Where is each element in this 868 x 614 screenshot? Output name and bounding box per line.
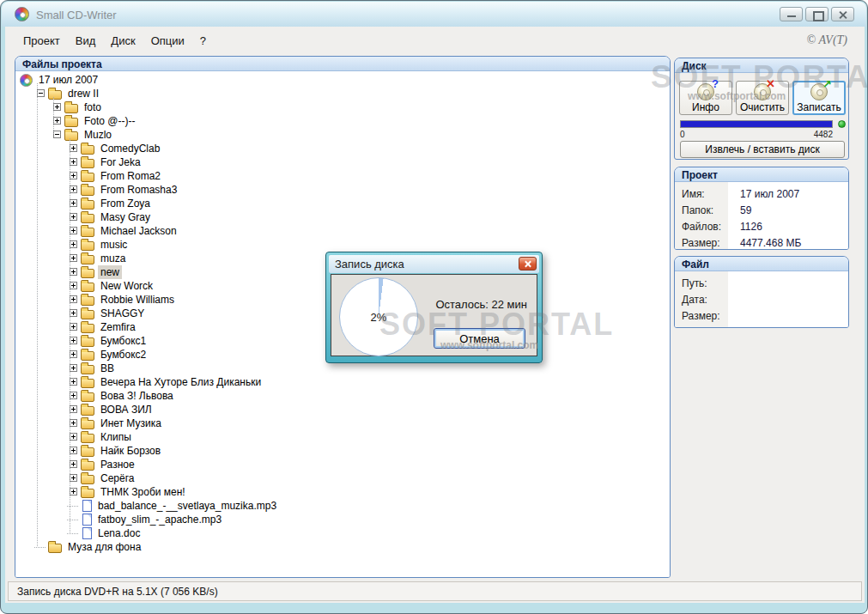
tree-connector xyxy=(67,533,78,534)
expand-icon[interactable] xyxy=(53,103,61,111)
expand-icon[interactable] xyxy=(70,488,77,495)
folder-icon xyxy=(81,406,94,416)
tree-item[interactable]: Разное xyxy=(15,458,670,471)
field-label: Файлов: xyxy=(675,221,728,233)
expand-icon[interactable] xyxy=(70,213,77,221)
tree-item[interactable]: From Zoya xyxy=(15,197,670,210)
disk-panel: Диск ?Инфо✕Очистить↗Записать 0 4482 Извл… xyxy=(674,58,849,160)
menu-item[interactable]: Вид xyxy=(68,29,104,52)
disk-ready-led-icon xyxy=(838,120,846,128)
app-window: Small CD-Writer ПроектВидДискОпции? © AV… xyxy=(0,0,868,614)
expand-icon[interactable] xyxy=(70,199,77,207)
expand-icon[interactable] xyxy=(70,364,77,372)
menu-item[interactable]: Опции xyxy=(143,29,192,52)
folder-icon xyxy=(64,131,78,141)
tree-item[interactable]: Серёга xyxy=(15,471,670,485)
field-label: Размер: xyxy=(675,237,728,249)
expand-icon[interactable] xyxy=(70,419,77,427)
tree-item[interactable]: drew II xyxy=(15,87,670,100)
burn-button[interactable]: ↗Записать xyxy=(792,81,846,115)
minimize-button[interactable] xyxy=(780,7,803,21)
tree-item[interactable]: ТНМК Зроби мен! xyxy=(15,485,670,499)
tree-item[interactable]: Инет Музика xyxy=(15,416,670,430)
tree-item[interactable]: Вова З! Львова xyxy=(15,389,670,403)
expand-icon[interactable] xyxy=(70,460,77,468)
file-info-panel: Файл Путь:Дата:Размер: xyxy=(674,256,849,328)
tree-item[interactable]: For Jeka xyxy=(15,155,670,169)
folder-icon xyxy=(48,544,62,553)
tree-item-label: muza xyxy=(98,252,128,265)
tree-item[interactable]: Найк Борзов xyxy=(15,444,670,458)
burn-dialog-titlebar[interactable]: Запись диска xyxy=(329,255,539,273)
expand-icon[interactable] xyxy=(70,447,77,454)
expand-icon[interactable] xyxy=(70,295,77,303)
info-button[interactable]: ?Инфо xyxy=(679,81,732,115)
tree-item[interactable]: fatboy_slim_-_apache.mp3 xyxy=(15,513,670,526)
info-row: Путь: xyxy=(675,275,848,291)
tree-guide-line xyxy=(37,83,38,547)
cancel-button[interactable]: Отмена xyxy=(434,328,525,349)
tree-item[interactable]: From Romasha3 xyxy=(15,183,670,197)
close-button[interactable] xyxy=(831,7,854,21)
folder-icon xyxy=(81,337,94,347)
dialog-close-button[interactable] xyxy=(519,257,537,271)
erase-button[interactable]: ✕Очистить xyxy=(736,81,789,115)
expand-icon[interactable] xyxy=(70,337,77,344)
cd-burn-icon: ↗ xyxy=(810,83,828,100)
maximize-button[interactable] xyxy=(805,7,829,21)
tree-item[interactable]: Michael Jackson xyxy=(15,224,670,238)
collapse-icon[interactable] xyxy=(37,89,45,97)
tree-item[interactable]: Муза для фона xyxy=(15,540,670,554)
tree-item[interactable]: BB xyxy=(15,362,670,375)
app-cd-icon xyxy=(15,7,29,21)
expand-icon[interactable] xyxy=(70,405,77,413)
expand-icon[interactable] xyxy=(70,240,77,248)
tree-item[interactable]: 17 июл 2007 xyxy=(15,73,670,87)
folder-icon xyxy=(81,392,94,402)
expand-icon[interactable] xyxy=(70,392,77,399)
folder-icon xyxy=(81,489,94,498)
menu-item[interactable]: Диск xyxy=(103,29,143,52)
expand-icon[interactable] xyxy=(70,433,77,441)
expand-icon[interactable] xyxy=(70,185,77,193)
tree-item[interactable]: From Roma2 xyxy=(15,169,670,183)
tree-connector xyxy=(34,547,46,548)
expand-icon[interactable] xyxy=(70,144,77,152)
folder-icon xyxy=(81,434,94,443)
disk-button-label: Очистить xyxy=(740,101,785,113)
expand-icon[interactable] xyxy=(70,323,77,331)
tree-item[interactable]: ComedyClab xyxy=(15,142,670,155)
tree-item-label: foto xyxy=(82,100,104,114)
expand-icon[interactable] xyxy=(70,282,77,289)
tree-item[interactable]: Клипы xyxy=(15,430,670,444)
expand-icon[interactable] xyxy=(53,117,61,125)
expand-icon[interactable] xyxy=(70,474,77,482)
tree-item[interactable]: Muzlo xyxy=(15,128,670,142)
menu-item[interactable]: Проект xyxy=(15,29,68,52)
expand-icon[interactable] xyxy=(70,350,77,358)
expand-icon[interactable] xyxy=(70,158,77,166)
expand-icon[interactable] xyxy=(70,227,77,234)
folder-icon xyxy=(81,324,94,333)
window-titlebar[interactable]: Small CD-Writer xyxy=(2,2,866,27)
tree-item[interactable]: bad_balance_-__svetlaya_muzika.mp3 xyxy=(15,499,670,513)
expand-icon[interactable] xyxy=(70,254,77,262)
menu-item[interactable]: ? xyxy=(192,29,214,52)
tree-item[interactable]: ВОВА ЗИЛ xyxy=(15,403,670,416)
tree-item[interactable]: Foto @--)-- xyxy=(15,114,670,128)
expand-icon[interactable] xyxy=(70,309,77,317)
expand-icon[interactable] xyxy=(70,268,77,276)
disk-capacity-bar xyxy=(680,120,833,128)
tree-item[interactable]: foto xyxy=(15,100,670,114)
expand-icon[interactable] xyxy=(70,378,77,386)
tree-item-label: Вова З! Львова xyxy=(98,389,176,403)
folder-icon xyxy=(81,420,94,429)
eject-insert-button[interactable]: Извлечь / вставить диск xyxy=(680,141,845,158)
collapse-icon[interactable] xyxy=(53,131,61,138)
tree-item[interactable]: Вечера На Хуторе Близ Диканьки xyxy=(15,375,670,389)
tree-item[interactable]: Lena.doc xyxy=(15,526,670,540)
tree-item[interactable]: music xyxy=(15,238,670,252)
tree-item[interactable]: Masy Gray xyxy=(15,210,670,224)
expand-icon[interactable] xyxy=(70,172,77,179)
disk-button-label: Записать xyxy=(797,101,841,113)
